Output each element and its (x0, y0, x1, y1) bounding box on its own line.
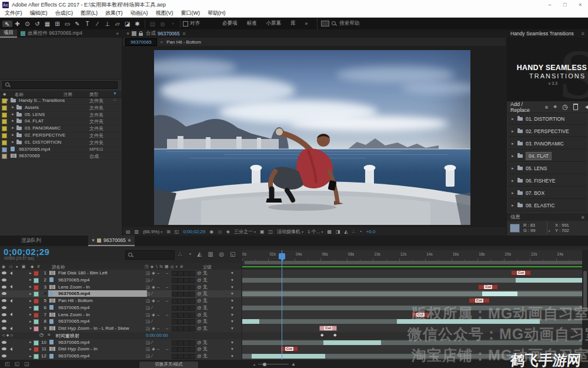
layer-switch-icon[interactable]: ◈ (152, 346, 155, 352)
layer-name[interactable]: 96370065.mp4 (58, 353, 89, 359)
layer-switch-icon[interactable]: – (157, 312, 159, 317)
comp-tab-name[interactable]: 96370065 (158, 31, 180, 37)
expander-icon[interactable]: ► (11, 140, 15, 144)
switch-cell[interactable] (178, 313, 183, 318)
switch-cell[interactable] (178, 278, 183, 283)
switch-cell[interactable] (172, 313, 178, 318)
parent-select[interactable]: 无 (203, 319, 230, 324)
column-type[interactable]: 类型 (89, 92, 98, 98)
label-color-swatch[interactable] (2, 112, 7, 118)
timeline-zoom-slider[interactable]: ▲ ▲ (253, 362, 296, 367)
switch-cell[interactable] (178, 326, 183, 331)
switch-cell[interactable] (172, 271, 178, 276)
help-search[interactable]: 搜索帮助 (317, 18, 396, 29)
chevron-down-icon[interactable]: ▾ (231, 284, 233, 290)
visibility-eye-icon[interactable] (2, 354, 6, 357)
property-name[interactable]: 时间重映射 (56, 333, 79, 339)
timeline-tab-menu-icon[interactable]: ≡ (128, 237, 131, 243)
transition-segment[interactable] (397, 319, 540, 324)
switch-cell[interactable] (183, 271, 189, 276)
switch-cell[interactable] (189, 271, 195, 276)
layer-switch-icon[interactable]: ◳ (146, 353, 150, 359)
zoom-slider-handle[interactable] (263, 363, 266, 366)
pixel-aspect-icon[interactable]: ▩ (327, 229, 332, 234)
rotate-tool-icon[interactable]: ↺ (32, 21, 42, 27)
parent-select[interactable]: 无 (203, 284, 230, 290)
layer-expander-icon[interactable]: ► (29, 340, 32, 344)
project-item-name[interactable]: 01. DISTORTION (25, 140, 61, 145)
layer-label-swatch[interactable] (34, 285, 39, 290)
hst-category-name[interactable]: 03. PANORAMIC (526, 141, 564, 147)
project-row[interactable]: 96370065合成 (0, 152, 122, 160)
layer-name[interactable]: 96370065.mp4 (58, 291, 90, 296)
layer-switch-icon[interactable]: ◳ (146, 312, 150, 317)
layer-expander-icon[interactable]: ► (29, 354, 32, 358)
layer-expander-icon[interactable]: ► (29, 299, 32, 303)
tab-effect-controls[interactable]: 效果控件 96370065.mp4 (17, 30, 86, 37)
chevron-down-icon[interactable]: ▾ (231, 312, 233, 317)
switch-cell[interactable] (183, 306, 189, 311)
comp-navigator-target[interactable]: Pan Hit - Bottom (166, 39, 201, 45)
switch-cell[interactable] (178, 285, 183, 290)
header-switch-icon[interactable]: ● (16, 264, 18, 269)
hst-category-row[interactable]: ►07. BOX (508, 187, 587, 199)
sort-icon[interactable]: ▼ (113, 91, 117, 95)
layer-name[interactable]: Dist Hyp Zoom - In - L Roll - Skew (58, 326, 129, 331)
hst-category-row[interactable]: ►03. PANORAMIC (508, 138, 587, 150)
menu-item[interactable]: 文件(F) (5, 9, 22, 17)
layer-switch-icon[interactable]: – (166, 312, 168, 317)
switch-cell[interactable] (189, 278, 195, 283)
layer-label-swatch[interactable] (34, 347, 39, 352)
layer-switch-icon[interactable]: ◳ (146, 305, 150, 310)
parent-select[interactable]: 无 (203, 340, 230, 346)
snapshot-camera-icon[interactable]: ◉ (209, 229, 213, 234)
layer-name[interactable]: Lens Zoom - In (58, 284, 90, 290)
layer-switch-icon[interactable]: – (157, 298, 159, 303)
switch-cell[interactable] (189, 313, 195, 318)
switch-cell[interactable] (172, 285, 178, 290)
magnification-select[interactable]: (66.9%) (143, 229, 162, 234)
layer-label-swatch[interactable] (34, 340, 39, 346)
label-color-swatch[interactable] (2, 154, 7, 159)
transition-segment[interactable] (482, 291, 517, 296)
expander-icon[interactable]: ► (11, 112, 15, 116)
audio-icon[interactable] (8, 271, 12, 275)
layer-label-swatch[interactable] (34, 326, 39, 331)
shape-tool-icon[interactable]: ▭ (62, 21, 72, 27)
hst-category-name[interactable]: 01. DISTORTION (526, 116, 564, 122)
motion-blur-icon[interactable]: ◎ (219, 251, 225, 257)
expander-icon[interactable]: ► (11, 133, 15, 137)
hst-category-row[interactable]: ►05. LENS (508, 163, 587, 174)
switch-cell[interactable] (172, 354, 178, 359)
pan-behind-tool-icon[interactable]: ⊞ (52, 21, 62, 27)
switch-cell[interactable] (178, 291, 183, 297)
snapshot-layout-icon[interactable]: ▤ (126, 229, 131, 234)
layer-switch-icon[interactable]: ◈ (152, 326, 155, 331)
zoom-out-mountain-icon[interactable]: ▲ (253, 363, 256, 366)
current-timecode[interactable]: 0;00;02;29 (4, 247, 49, 257)
column-comment[interactable]: 注释 (64, 92, 72, 98)
switch-cell[interactable] (178, 306, 183, 311)
exposure-icon[interactable]: ◔ (359, 229, 362, 234)
menu-item[interactable]: 帮助(H) (208, 9, 226, 17)
layer-switch-icon[interactable]: ◳ (146, 319, 150, 324)
project-item-name[interactable]: 02. PERSPECTIVE (25, 132, 65, 138)
trash-icon[interactable] (573, 104, 578, 110)
comp-viewer[interactable] (123, 46, 506, 257)
hst-category-name[interactable]: 04. FLAT (526, 152, 552, 160)
info-menu-icon[interactable]: ≡ (582, 214, 584, 220)
keyframe-navigator[interactable]: ◁◆▷ (2, 333, 14, 337)
expander-icon[interactable]: ► (511, 117, 514, 121)
switch-cell[interactable] (189, 319, 195, 324)
switch-cell[interactable] (172, 291, 178, 297)
cut-transition-bar[interactable]: Cut (478, 284, 498, 290)
hst-category-row[interactable]: ►02. PERSPECTIVE (508, 125, 587, 137)
layer-switch-icon[interactable]: ◳ (146, 277, 150, 283)
cut-transition-bar[interactable]: Cut (511, 270, 532, 276)
layer-switch-icon[interactable]: ∕ (152, 305, 152, 310)
expander-icon[interactable]: ► (11, 126, 15, 130)
camera-tool-icon[interactable]: ▦ (42, 21, 52, 27)
expander-icon[interactable]: ► (511, 154, 514, 158)
parent-select[interactable]: 无 (203, 346, 230, 352)
header-switch-icon[interactable]: ◁ (9, 264, 12, 269)
